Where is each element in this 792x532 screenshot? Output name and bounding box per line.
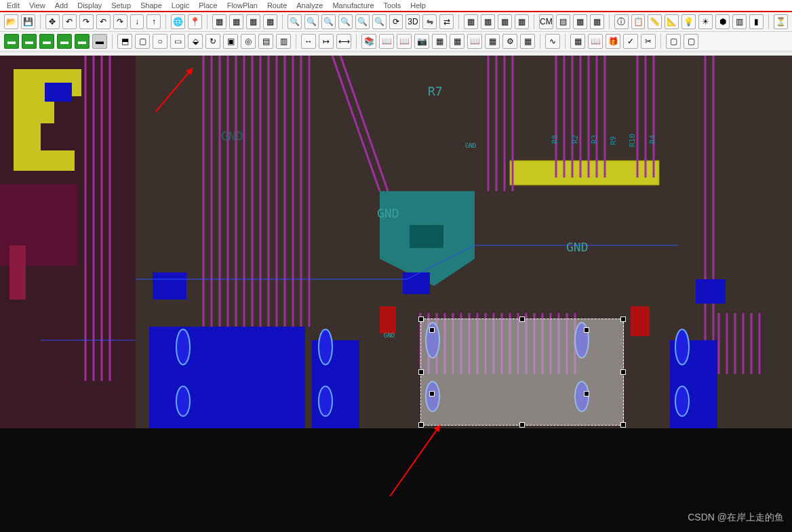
down-icon[interactable]: ↓ — [130, 14, 144, 29]
m1-icon[interactable]: ▦ — [570, 34, 585, 49]
sel-handle-n[interactable] — [519, 316, 525, 322]
lib3-icon[interactable]: 📖 — [397, 34, 412, 49]
view-3d-icon[interactable]: 3D — [405, 14, 420, 29]
layer4-icon[interactable]: ▦ — [263, 14, 277, 29]
lib1-icon[interactable]: 📚 — [361, 34, 376, 49]
globe-icon[interactable]: 🌐 — [171, 14, 185, 29]
zoom-ctr-icon[interactable]: 🔍 — [372, 14, 387, 29]
dim3-icon[interactable]: ⟷ — [336, 34, 351, 49]
zoom-prev-icon[interactable]: 🔍 — [355, 14, 370, 29]
rot-icon[interactable]: ↻ — [205, 34, 220, 49]
sel-handle-ne[interactable] — [620, 316, 626, 322]
hourglass-icon[interactable]: ⏳ — [774, 14, 788, 29]
layer3-icon[interactable]: ▦ — [246, 14, 260, 29]
drc2-icon[interactable]: ▦ — [590, 14, 604, 29]
drc1-icon[interactable]: ▦ — [573, 14, 587, 29]
undo2-icon[interactable]: ↶ — [96, 14, 111, 29]
w1-icon[interactable]: ▢ — [666, 34, 681, 49]
w2-icon[interactable]: ▢ — [684, 34, 698, 49]
rect-icon[interactable]: ▢ — [135, 34, 150, 49]
menu-edit[interactable]: Edit — [7, 1, 20, 9]
up-icon[interactable]: ↑ — [146, 14, 161, 29]
redo2-icon[interactable]: ↷ — [113, 14, 127, 29]
sel-handle-se[interactable] — [620, 422, 626, 428]
cm-icon[interactable]: CM — [539, 14, 553, 29]
grid2-icon[interactable]: ▦ — [481, 14, 495, 29]
layer2-icon[interactable]: ▦ — [229, 14, 243, 29]
m5-icon[interactable]: ✂ — [641, 34, 656, 49]
sel-handle-nw[interactable] — [418, 316, 424, 322]
scheme-icon[interactable]: ⬢ — [715, 14, 730, 29]
undo-icon[interactable]: ↶ — [62, 14, 77, 29]
zoom-fit-icon[interactable]: 🔍 — [321, 14, 336, 29]
lib9-icon[interactable]: ▦ — [520, 34, 535, 49]
grid3-icon[interactable]: ▦ — [498, 14, 512, 29]
lib6-icon[interactable]: 📖 — [467, 34, 482, 49]
dfa-icon[interactable]: ▤ — [556, 14, 570, 29]
circ-icon[interactable]: ○ — [153, 34, 167, 49]
lib2-icon[interactable]: 📖 — [379, 34, 394, 49]
grid4-icon[interactable]: ▦ — [515, 14, 529, 29]
cut-icon[interactable]: ▤ — [258, 34, 273, 49]
ruler-icon[interactable]: 📐 — [665, 14, 679, 29]
lib8-icon[interactable]: ⚙ — [502, 34, 517, 49]
measure-icon[interactable]: 📏 — [648, 14, 662, 29]
pcb-canvas[interactable]: GNDGNDGNDR7GNDGND R8R2R3R9R10R4 CSDN @在岸… — [0, 56, 792, 532]
frame-icon[interactable]: ▣ — [223, 34, 238, 49]
round-icon[interactable]: ◎ — [241, 34, 256, 49]
sh1-icon[interactable]: ▬ — [4, 34, 19, 49]
info-icon[interactable]: ⓘ — [614, 14, 629, 29]
report-icon[interactable]: 📋 — [631, 14, 646, 29]
redo-icon[interactable]: ↷ — [79, 14, 94, 29]
menu-logic[interactable]: Logic — [172, 1, 189, 9]
sel-icon[interactable]: ▭ — [170, 34, 185, 49]
cam-icon[interactable]: 📷 — [414, 34, 429, 49]
zoom-sel-icon[interactable]: 🔍 — [338, 14, 353, 29]
lib5-icon[interactable]: ▦ — [450, 34, 464, 49]
selection-box[interactable] — [420, 319, 624, 426]
pan-icon[interactable]: ✥ — [45, 14, 60, 29]
menu-add[interactable]: Add — [55, 1, 68, 9]
dim1-icon[interactable]: ↔ — [301, 34, 316, 49]
menu-view[interactable]: View — [29, 1, 45, 9]
grid-icon[interactable]: ▦ — [464, 14, 478, 29]
swap-icon[interactable]: ⇄ — [439, 14, 454, 29]
sel-handle-pad1[interactable] — [429, 327, 435, 333]
menu-tools[interactable]: Tools — [384, 1, 401, 9]
menu-help[interactable]: Help — [410, 1, 426, 9]
menu-analyze[interactable]: Analyze — [296, 1, 323, 9]
sun-icon[interactable]: ☀ — [698, 14, 713, 29]
spectrum-icon[interactable]: ▥ — [732, 14, 747, 29]
menu-setup[interactable]: Setup — [111, 1, 131, 9]
lib4-icon[interactable]: ▦ — [432, 34, 447, 49]
m4-icon[interactable]: ✓ — [623, 34, 638, 49]
m2-icon[interactable]: 📖 — [588, 34, 603, 49]
sel-handle-pad3[interactable] — [429, 391, 435, 396]
dim2-icon[interactable]: ↦ — [319, 34, 334, 49]
open-icon[interactable]: 📂 — [4, 14, 18, 29]
sel-handle-s[interactable] — [519, 422, 525, 428]
flip-icon[interactable]: ⇋ — [422, 14, 437, 29]
sel-handle-sw[interactable] — [418, 422, 424, 428]
sel-handle-pad4[interactable] — [584, 391, 589, 396]
layer1-icon[interactable]: ▦ — [212, 14, 226, 29]
zoom-out-icon[interactable]: 🔍 — [304, 14, 319, 29]
poly-icon[interactable]: ⬒ — [117, 34, 132, 49]
sel-handle-w[interactable] — [418, 369, 424, 375]
refresh-icon[interactable]: ⟳ — [389, 14, 403, 29]
bars-icon[interactable]: ▮ — [749, 14, 764, 29]
menu-flowplan[interactable]: FlowPlan — [227, 1, 258, 9]
path-icon[interactable]: ⬙ — [188, 34, 203, 49]
menu-display[interactable]: Display — [77, 1, 102, 9]
stack-icon[interactable]: ▥ — [276, 34, 291, 49]
sel-handle-e[interactable] — [620, 369, 626, 375]
sel-handle-pad2[interactable] — [584, 327, 589, 333]
lib7-icon[interactable]: ▦ — [485, 34, 500, 49]
menu-route[interactable]: Route — [267, 1, 287, 9]
menu-shape[interactable]: Shape — [140, 1, 162, 9]
highlight-icon[interactable]: 💡 — [681, 14, 696, 29]
m3-icon[interactable]: 🎁 — [606, 34, 620, 49]
sig-icon[interactable]: ∿ — [545, 34, 560, 49]
save-icon[interactable]: 💾 — [21, 14, 35, 29]
sh4-icon[interactable]: ▬ — [57, 34, 72, 49]
